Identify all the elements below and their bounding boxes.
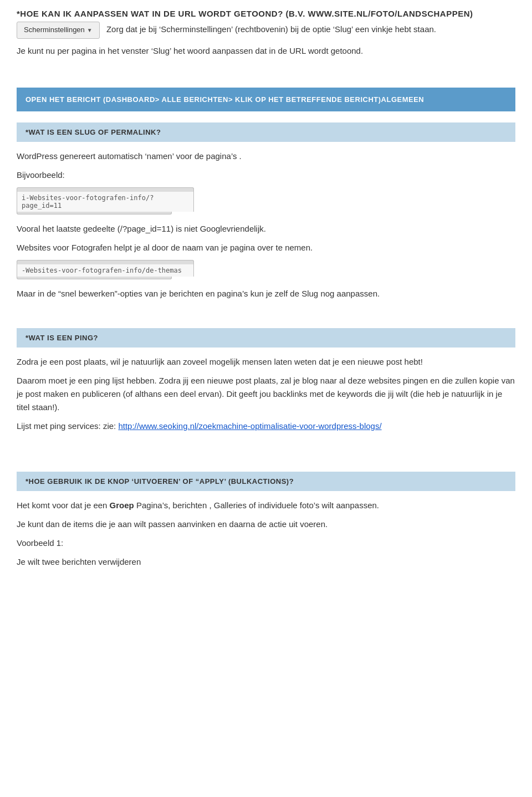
para10: Lijst met ping services: zie: http://www… [17,420,515,433]
section2-header-block: OPEN HET BERICHT (DASHBOARD> ALLE BERICH… [17,88,515,111]
section1-title: *HOE KAN IK AANPASSEN WAT IN DE URL WORD… [17,9,515,18]
para4: Bijvoorbeeld: [17,168,515,182]
para12: Je kunt dan de items die je aan wilt pas… [17,518,515,531]
para1-text: Zorg dat je bij ‘Scherminstellingen’ (re… [106,24,436,34]
section2-header: OPEN HET BERICHT (DASHBOARD> ALLE BERICH… [25,95,507,104]
url-bar-bottom2 [17,277,172,279]
section3-header-block: *WAT IS EEN SLUG OF PERMALINK? [17,122,515,142]
url-bar-top2 [17,260,194,264]
para5: Vooral het laatste gedeelte (/?page_id=1… [17,222,515,236]
para11: Het komt voor dat je een Groep Pagina’s,… [17,499,515,512]
para9: Daarom moet je een ping lijst hebben. Zo… [17,374,515,414]
para7: Maar in de “snel bewerken”-opties van je… [17,287,515,300]
para13: Voorbeeld 1: [17,537,515,550]
para10-prefix: Lijst met ping services: zie: [17,421,118,431]
url-example2-text: -Websites-voor-fotografen-info/de-themas [17,264,194,277]
intro-para1: Scherminstellingen Zorg dat je bij ‘Sche… [17,22,515,39]
section1-title-block: *HOE KAN IK AANPASSEN WAT IN DE URL WORD… [17,0,515,22]
section5-header: *HOE GEBRUIK IK DE KNOP ‘UITVOEREN’ OF “… [25,477,507,486]
url-example1-text: i-Websites-voor-fotografen-info/?page_id… [17,192,194,212]
para6: Websites voor Fotografen helpt je al doo… [17,241,515,254]
url-bar-bottom [17,212,172,214]
para8: Zodra je een post plaats, wil je natuurl… [17,355,515,369]
section4-header: *WAT IS EEN PING? [25,334,507,342]
groep-bold: Groep [110,500,134,510]
seoking-link[interactable]: http://www.seoking.nl/zoekmachine-optima… [118,421,381,431]
section3-header: *WAT IS EEN SLUG OF PERMALINK? [25,128,507,136]
url-bar-top [17,187,194,192]
para2: Je kunt nu per pagina in het venster ‘Sl… [17,44,515,58]
section4-header-block: *WAT IS EEN PING? [17,328,515,348]
url-example1-wrapper: i-Websites-voor-fotografen-info/?page_id… [17,187,515,214]
para3: WordPress genereert automatisch ‘namen’ … [17,150,515,163]
section5-header-block: *HOE GEBRUIK IK DE KNOP ‘UITVOEREN’ OF “… [17,472,515,491]
para14: Je wilt twee berichten verwijderen [17,555,515,569]
scherminstellingen-btn[interactable]: Scherminstellingen [17,22,100,39]
url-example2-wrapper: -Websites-voor-fotografen-info/de-themas [17,260,515,279]
